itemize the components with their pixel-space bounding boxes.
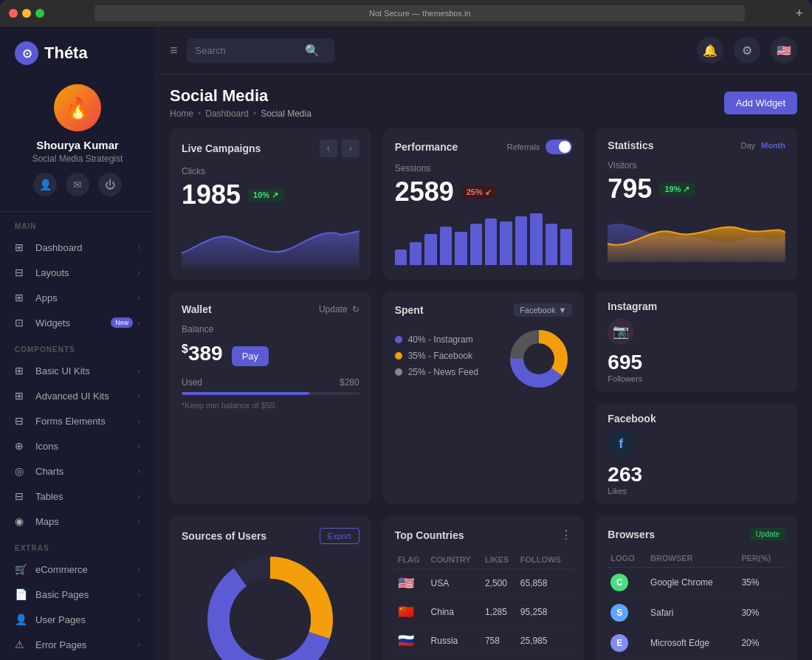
live-campaigns-chart	[182, 216, 359, 268]
table-row: E Microsoft Edge 20%	[608, 628, 785, 659]
flag-button[interactable]: 🇺🇸	[771, 37, 797, 63]
prev-button[interactable]: ‹	[320, 140, 337, 157]
sidebar-item-forms[interactable]: ⊟ Forms Elements ›	[0, 408, 155, 433]
bar-2	[410, 242, 422, 266]
table-row: 🇨🇳 China 1,285 95,258	[395, 598, 573, 627]
user-profile-button[interactable]: 👤	[33, 173, 57, 196]
live-campaigns-header: Live Campaigns ‹ ›	[182, 140, 359, 157]
search-input[interactable]	[196, 45, 299, 56]
pay-button[interactable]: Pay	[232, 346, 269, 366]
sidebar-item-tables[interactable]: ⊟ Tables ›	[0, 484, 155, 509]
sidebar-item-user-pages[interactable]: 👤 User Pages ›	[0, 607, 155, 632]
flag-cell: 🇨🇳	[395, 598, 428, 627]
sidebar-item-apps[interactable]: ⊞ Apps ›	[0, 285, 155, 310]
spent-title: Spent	[395, 304, 424, 316]
next-button[interactable]: ›	[342, 140, 359, 157]
charts-icon: ◎	[15, 465, 28, 477]
facebook-icon: f	[608, 430, 634, 457]
legend-dot-facebook	[395, 352, 402, 360]
legend-newsfeed: 25% - News Feed	[395, 367, 492, 377]
country-cell: Spain	[428, 656, 482, 661]
main-content: ≡ 🔍 🔔 ⚙ 🇺🇸 Social Media Home •	[155, 27, 812, 660]
settings-button[interactable]: ⚙	[734, 37, 760, 63]
nav-section-extras: EXTRAS	[0, 534, 155, 557]
sidebar-item-charts[interactable]: ◎ Charts ›	[0, 458, 155, 484]
bar-7	[485, 219, 497, 265]
add-widget-button[interactable]: Add Widget	[724, 92, 797, 114]
sidebar-item-layouts[interactable]: ⊟ Layouts ›	[0, 260, 155, 285]
new-tab-button[interactable]: +	[795, 6, 803, 21]
sidebar-item-icons[interactable]: ⊕ Icons ›	[0, 433, 155, 458]
sidebar-item-dashboard[interactable]: ⊞ Dashboard ›	[0, 235, 155, 260]
sidebar-item-widgets[interactable]: ⊡ Widgets New ›	[0, 310, 155, 335]
sidebar-item-maps[interactable]: ◉ Maps ›	[0, 509, 155, 534]
likes-cell: 652	[482, 656, 517, 661]
sidebar-item-basic-ui[interactable]: ⊞ Basic UI Kits ›	[0, 358, 155, 383]
country-cell: USA	[428, 569, 482, 598]
traffic-light-red[interactable]	[9, 9, 18, 18]
user-name: Shourya Kumar	[15, 139, 140, 151]
traffic-light-yellow[interactable]	[22, 9, 31, 18]
browser-logo-cell: C	[608, 568, 647, 598]
sources-card: Sources of Users Export	[170, 516, 371, 660]
user-power-button[interactable]: ⏻	[98, 173, 122, 196]
dashboard-icon: ⊞	[15, 241, 28, 253]
col-logo: LOGO	[608, 549, 647, 568]
instagram-value: 695	[608, 351, 657, 374]
sidebar-item-advanced-ui[interactable]: ⊞ Advanced UI Kits ›	[0, 383, 155, 408]
user-pages-icon: 👤	[15, 613, 28, 625]
browsers-header: Browsers Update	[608, 528, 785, 540]
sidebar-item-error-pages[interactable]: ⚠ Error Pages ›	[0, 632, 155, 657]
referrals-toggle-row: Referrals	[507, 140, 573, 154]
sidebar-item-basic-pages[interactable]: 📄 Basic Pages ›	[0, 582, 155, 607]
sidebar-item-ecommerce[interactable]: 🛒 eCommerce ›	[0, 557, 155, 582]
instagram-card: Instagram 📷 695 Followers	[596, 292, 797, 392]
browsers-update-badge[interactable]: Update	[750, 528, 785, 540]
user-role: Social Media Strategist	[15, 154, 140, 164]
col-likes: LIKES	[482, 551, 517, 569]
update-label[interactable]: Update	[319, 304, 348, 314]
legend-dot-newsfeed	[395, 368, 402, 376]
address-bar[interactable]: Not Secure — themesbox.in	[94, 5, 745, 21]
spent-content: 40% - Instagram 35% - Facebook 25% - New…	[395, 326, 573, 392]
performance-header: Performance Referrals	[395, 140, 573, 154]
menu-toggle-icon[interactable]: ≡	[170, 43, 178, 58]
wallet-card: Wallet Update ↻ Balance $389 Pay	[170, 292, 371, 504]
sessions-stat-row: 2589 25% ↙	[395, 176, 573, 207]
topbar: ≡ 🔍 🔔 ⚙ 🇺🇸	[155, 27, 812, 75]
export-button[interactable]: Export	[320, 528, 359, 544]
avatar: 🔥	[54, 84, 101, 131]
bar-8	[500, 221, 512, 266]
traffic-light-green[interactable]	[35, 9, 44, 18]
visitors-badge: 19% ↗	[659, 183, 695, 196]
spent-donut	[506, 326, 572, 392]
sources-header: Sources of Users Export	[182, 528, 359, 544]
tables-icon: ⊟	[15, 490, 28, 502]
referrals-label: Referrals	[507, 142, 540, 151]
balance-progress-bar	[182, 392, 359, 395]
browser-name-cell: Microsoft Edge	[647, 628, 738, 659]
follows-cell: 32,125	[517, 656, 573, 661]
notification-button[interactable]: 🔔	[697, 37, 723, 63]
follows-cell: 25,985	[517, 627, 573, 656]
app-container: ⊙ Théta 🔥 Shourya Kumar Social Media Str…	[0, 27, 812, 660]
browsers-table: LOGO BROWSER PER(%) C Google Chrome 35% …	[608, 549, 785, 660]
browser-chrome: Not Secure — themesbox.in +	[0, 0, 812, 27]
legend-dot-instagram	[395, 336, 402, 343]
day-label[interactable]: Day	[740, 141, 755, 150]
wallet-header: Wallet Update ↻	[182, 303, 359, 315]
live-campaigns-nav: ‹ ›	[320, 140, 359, 157]
flag-cell: 🇷🇺	[395, 627, 428, 656]
facebook-content: Facebook f 263 Likes	[608, 413, 785, 495]
referrals-toggle[interactable]	[546, 140, 572, 154]
statistics-card: Statistics Day Month Visitors 795 19% ↗	[596, 128, 797, 280]
more-options-icon[interactable]: ⋮	[560, 528, 572, 542]
user-email-button[interactable]: ✉	[66, 173, 89, 196]
facebook-title: Facebook	[608, 413, 656, 424]
bar-1	[395, 250, 407, 265]
min-balance-note: *Keep min balance of $50.	[182, 401, 359, 410]
spent-dropdown[interactable]: Facebook ▼	[514, 303, 572, 317]
browser-pct-cell: 30%	[738, 598, 785, 628]
month-label[interactable]: Month	[761, 141, 785, 150]
live-campaigns-card: Live Campaigns ‹ › Clicks 1985 10% ↗	[170, 128, 371, 280]
